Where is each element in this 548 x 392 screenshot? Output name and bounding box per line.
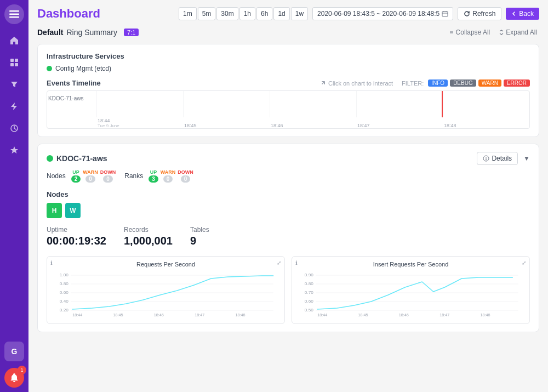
collapse-all-button[interactable]: Collapse All: [447, 27, 493, 37]
timeline-xaxis: 18:44 Tue 9 June 18:45 18:46 18:47 18:48: [96, 117, 529, 128]
timeline-xlabel-1848: 18:48: [443, 117, 529, 128]
sidebar-item-home[interactable]: [4, 31, 24, 50]
filter-error[interactable]: ERROR: [504, 79, 530, 87]
time-6h[interactable]: 6h: [256, 7, 272, 20]
charts-row: ℹ Requests Per Second ⤢ 1.00 0.80 0.60 0…: [47, 256, 530, 324]
timeline-xlabel-1846: 18:46: [270, 117, 356, 128]
ranks-label: Ranks: [124, 172, 143, 180]
svg-text:18:45: 18:45: [113, 313, 123, 317]
chart2-svg: 0.90 0.80 0.70 0.60 0.50 18:44 18:45: [298, 270, 524, 319]
records-label: Records: [124, 226, 173, 234]
time-1m[interactable]: 1m: [179, 7, 197, 20]
svg-text:18:47: 18:47: [195, 313, 204, 317]
ring-card-kdoc71: KDOC-71-aws Details ▼ Nodes UP 2: [37, 144, 539, 332]
etcd-status-dot: [47, 66, 52, 71]
filter-debug[interactable]: DEBUG: [450, 79, 476, 87]
notification-area: 1: [4, 368, 24, 388]
back-button[interactable]: Back: [506, 8, 539, 20]
time-1h[interactable]: 1h: [239, 7, 255, 20]
svg-rect-8: [442, 12, 448, 16]
filter-badges: INFO DEBUG WARN ERROR: [428, 79, 530, 87]
svg-rect-1: [9, 14, 19, 15]
svg-text:18:47: 18:47: [439, 313, 449, 317]
events-timeline-header: Events Timeline Click on chart to intera…: [47, 79, 530, 87]
nodes-warn-value: 0: [85, 175, 95, 183]
svg-text:0.40: 0.40: [60, 299, 69, 304]
events-timeline-title: Events Timeline: [47, 79, 101, 87]
notification-icon[interactable]: 1: [4, 368, 24, 388]
time-5m[interactable]: 5m: [198, 7, 216, 20]
datetime-range[interactable]: 2020-06-09 18:43:5 ~ 2020-06-09 18:48:5: [312, 7, 453, 20]
ranks-up-value: 3: [149, 175, 158, 183]
ranks-warn-label: WARN: [161, 169, 176, 175]
sidebar-item-filter[interactable]: [4, 75, 24, 94]
details-button[interactable]: Details: [477, 152, 518, 165]
node-btn-w[interactable]: W: [65, 203, 81, 218]
svg-text:18:48: 18:48: [235, 313, 245, 317]
chart2-info-icon[interactable]: ℹ: [295, 260, 298, 266]
ranks-up-label: UP: [150, 169, 157, 175]
svg-text:0.20: 0.20: [60, 308, 69, 313]
datetime-value: 2020-06-09 18:43:5 ~ 2020-06-09 18:48:5: [317, 10, 439, 18]
sidebar-item-star[interactable]: [4, 140, 24, 160]
filter-label: FILTER:: [402, 80, 424, 87]
ranks-down-label: DOWN: [178, 169, 193, 175]
timeline-xlabel-1844: 18:44 Tue 9 June: [96, 117, 183, 128]
node-buttons: H W: [47, 203, 530, 218]
ring-dropdown-arrow[interactable]: ▼: [523, 155, 530, 162]
time-1d[interactable]: 1d: [273, 7, 289, 20]
sidebar-item-bolt[interactable]: [4, 96, 24, 116]
svg-rect-3: [10, 59, 14, 62]
svg-point-10: [486, 157, 487, 158]
notification-badge: 1: [18, 366, 26, 374]
infrastructure-card: Infrastructure Services Config Mgmt (etc…: [37, 44, 539, 137]
subheader: Default Ring Summary 7:1 Collapse All Ex…: [37, 27, 539, 37]
svg-text:18:46: 18:46: [154, 313, 164, 317]
timeline-chart[interactable]: KDOC-71-aws 18:44 Tue 9 June 18:45 18:46: [47, 90, 530, 129]
infra-section-title: Infrastructure Services: [47, 52, 530, 60]
svg-rect-5: [10, 63, 14, 66]
timeline-col-2: [183, 91, 270, 117]
menu-icon[interactable]: [4, 4, 24, 24]
node-rank-stats: Nodes UP 2 WARN 0 DOWN 0: [47, 169, 530, 183]
svg-text:0.90: 0.90: [305, 272, 314, 277]
svg-text:0.80: 0.80: [60, 281, 69, 286]
ranks-down-value: 0: [181, 175, 191, 183]
time-buttons: 1m 5m 30m 1h 6h 1d 1w: [179, 7, 308, 20]
ring-header: KDOC-71-aws Details ▼: [47, 152, 530, 165]
time-1w[interactable]: 1w: [291, 7, 308, 20]
refresh-button[interactable]: Refresh: [458, 7, 501, 20]
subheader-actions: Collapse All Expand All: [447, 27, 539, 37]
sidebar-item-grid[interactable]: [4, 53, 24, 72]
g-label: G: [12, 347, 18, 356]
ranks-stat-group: Ranks UP 3 WARN 0 DOWN 0: [124, 169, 193, 183]
filter-warn[interactable]: WARN: [478, 79, 501, 87]
nodes-stat-group: Nodes UP 2 WARN 0 DOWN 0: [47, 169, 116, 183]
chart2-expand-icon[interactable]: ⤢: [522, 260, 526, 266]
chart2-title: Insert Requests Per Second: [298, 261, 524, 268]
timeline-xlabel-1845: 18:45: [183, 117, 270, 128]
chart1-expand-icon[interactable]: ⤢: [277, 260, 281, 266]
chart1-title: Requests Per Second: [53, 261, 279, 268]
time-30m[interactable]: 30m: [216, 7, 238, 20]
svg-text:0.60: 0.60: [305, 299, 314, 304]
subheader-ring-summary: Ring Summary: [66, 28, 117, 37]
records-value: 1,000,001: [124, 235, 173, 247]
nodes-up-label: UP: [72, 169, 79, 175]
metric-records: Records 1,000,001: [124, 226, 173, 247]
node-btn-h[interactable]: H: [47, 203, 62, 218]
metric-tables: Tables 9: [190, 226, 209, 247]
filter-info[interactable]: INFO: [428, 79, 448, 87]
expand-all-button[interactable]: Expand All: [496, 27, 539, 37]
refresh-label: Refresh: [472, 10, 495, 18]
subheader-default: Default: [37, 28, 63, 37]
svg-text:0.50: 0.50: [305, 308, 314, 313]
chart1-info-icon[interactable]: ℹ: [50, 260, 53, 266]
svg-text:18:45: 18:45: [358, 313, 368, 317]
tables-value: 9: [190, 235, 209, 247]
sidebar-item-g[interactable]: G: [4, 342, 24, 361]
sidebar-item-clock[interactable]: [4, 118, 24, 138]
timeline-col-5: [443, 91, 529, 117]
infra-item-etcd: Config Mgmt (etcd): [47, 65, 530, 72]
nodes-down-label: DOWN: [100, 169, 116, 175]
